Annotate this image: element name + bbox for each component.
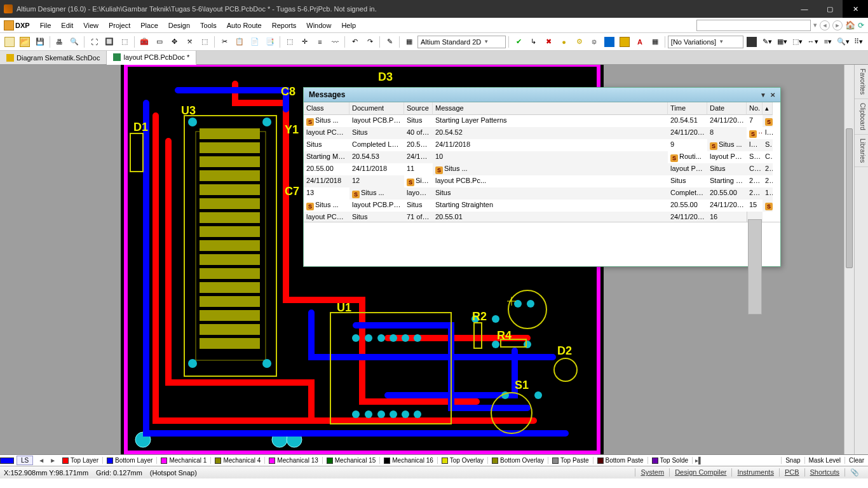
layer1-button[interactable] [602,35,616,49]
route-button[interactable]: ✎ [383,35,397,49]
message-cell[interactable]: 7 [747,115,763,127]
col-source[interactable]: Source [404,102,433,115]
message-cell[interactable]: layout PCB.Pc... [349,200,404,212]
close-button[interactable]: ✕ [843,0,868,18]
layer-prev-button[interactable]: ◄ [36,457,47,464]
message-cell[interactable]: layout PCB.Pc... [763,127,773,139]
message-cell[interactable]: SSitus ... [707,139,747,151]
layer-tab[interactable]: Top Layer [58,457,103,464]
message-cell[interactable]: 20.55.00 [707,187,747,200]
message-cell[interactable]: Completed Layer Patterns in 1 Second [349,139,404,151]
message-cell[interactable]: 24/11/2018 [349,163,404,175]
menu-place[interactable]: Place [136,19,163,32]
rt-pen-button[interactable]: ✎▾ [760,35,774,49]
message-cell[interactable]: 24/11/2018 [433,139,668,151]
message-cell[interactable]: 12 [349,175,404,187]
message-cell[interactable]: SSitus ... [404,175,433,187]
message-cell[interactable]: layout PCB.Pc... [404,187,433,200]
message-cell[interactable]: 40 of 71 connections routed (56,34%) in … [404,127,433,139]
status-system[interactable]: System [635,468,669,477]
panel-libraries[interactable]: Libraries [855,135,868,167]
highlight-button[interactable]: ● [557,35,571,49]
maximize-button[interactable]: ▢ [817,0,843,18]
layer-next-button[interactable]: ► [47,457,58,464]
lasso-button[interactable]: 〰 [329,35,342,49]
col-document[interactable]: Document [349,102,404,115]
layer-tab[interactable]: Top Paste [548,457,593,464]
message-cell[interactable]: layout PCB.Pc... [433,175,668,187]
cross-button[interactable]: ✛ [298,35,312,49]
col-class[interactable]: Class [304,102,349,115]
messages-dropdown-icon[interactable]: ▼ [760,92,766,98]
layer-tab[interactable]: Bottom Overlay [488,457,548,464]
status-instruments[interactable]: Instruments [731,468,778,477]
message-cell[interactable]: 11 [404,163,433,175]
col-scroll-top[interactable]: ▴ [763,102,773,115]
col-no[interactable]: No. [747,102,763,115]
drag-button[interactable]: ⤧ [183,35,197,49]
zoom-fit-button[interactable]: ⛶ [87,35,101,49]
nav-fwd-button[interactable]: ► [832,20,843,30]
menu-help[interactable]: Help [337,19,360,32]
message-cell[interactable]: 24/11/2018 [304,175,349,187]
message-cell[interactable]: SRouti... [668,151,707,163]
refresh-icon[interactable]: ⟳ [858,21,864,30]
message-cell[interactable]: Situs [707,163,747,175]
message-cell[interactable]: Starting Main [304,151,349,163]
message-cell[interactable]: Calculating Board Density [763,151,773,163]
message-cell[interactable]: 24/11/2018 [707,200,747,212]
message-cell[interactable]: 9 [668,139,707,151]
message-cell[interactable]: Starting Layer Patterns [433,115,668,127]
status-pcb[interactable]: PCB [779,468,804,477]
message-cell[interactable]: Situs [668,175,707,187]
layer-tab[interactable]: Bottom Layer [103,457,157,464]
message-cell[interactable]: Situs [763,139,773,151]
message-cell[interactable]: 20.55.00 [763,163,773,175]
menu-view[interactable]: View [79,19,103,32]
message-cell[interactable]: SSitus ... [747,127,763,139]
message-cell[interactable]: Situs [404,200,433,212]
message-cell[interactable]: Starting Straighten [433,200,668,212]
message-cell[interactable]: Starting Completion [707,175,747,187]
layer-tab[interactable]: Mechanical 4 [211,457,265,464]
messages-scrollbar[interactable] [747,212,763,222]
copy-button[interactable]: 📋 [233,35,247,49]
panel-favorites[interactable]: Favorites [855,65,868,99]
message-cell[interactable]: Situs [747,151,763,163]
filter-button[interactable]: ✔ [512,35,526,49]
marquee-button[interactable]: ⬚ [283,35,297,49]
menu-reports[interactable]: Reports [268,19,301,32]
nets-button[interactable]: ↳ [527,35,541,49]
mask-level-button[interactable]: Mask Level [804,457,845,464]
layer-tab[interactable]: Mechanical 16 [380,457,437,464]
cut-button[interactable]: ✂ [217,35,231,49]
rt-more-button[interactable]: ⠿▾ [851,35,865,49]
message-cell[interactable]: 20.54.52 [433,127,668,139]
col-time[interactable]: Time [668,102,707,115]
layer-set-button[interactable]: LS [17,456,33,465]
minimize-button[interactable]: — [792,0,817,18]
rt-align-button[interactable]: ≡▾ [821,35,835,49]
message-cell[interactable]: 71 of 71 connections routed (100,00%) in… [404,212,433,222]
message-cell[interactable]: 20.54.53 [349,151,404,163]
message-cell[interactable]: 16 [707,212,747,222]
print-button[interactable]: 🖶 [53,35,67,49]
status-design-compiler[interactable]: Design Compiler [669,468,731,477]
message-cell[interactable]: 20.55.00 [747,175,763,187]
message-cell[interactable]: layout PCB.Pc... [304,127,349,139]
message-cell[interactable]: Completed Main in 7 Seconds [747,163,763,175]
message-cell[interactable]: Completed Completion in 0 Seconds [668,187,707,200]
layer-scroll-button[interactable]: ▸▌ [693,457,705,464]
status-shortcuts[interactable]: Shortcuts [804,468,844,477]
message-cell[interactable]: Situs [433,187,668,200]
message-cell[interactable]: 14 [763,187,773,200]
list-button[interactable]: ≡ [313,35,327,49]
message-cell[interactable]: 20.55.00 [668,200,707,212]
board-button[interactable]: ▦ [402,35,416,49]
rt-find-button[interactable]: 🔍▾ [836,35,850,49]
duplicate-button[interactable]: 📑 [263,35,277,49]
message-cell[interactable]: 24/11/2018 [747,187,763,200]
message-cell[interactable]: 20.55.01 [433,212,668,222]
message-cell[interactable]: layout PCB.Pc... [707,151,747,163]
message-cell[interactable]: 20.54.51 [668,115,707,127]
